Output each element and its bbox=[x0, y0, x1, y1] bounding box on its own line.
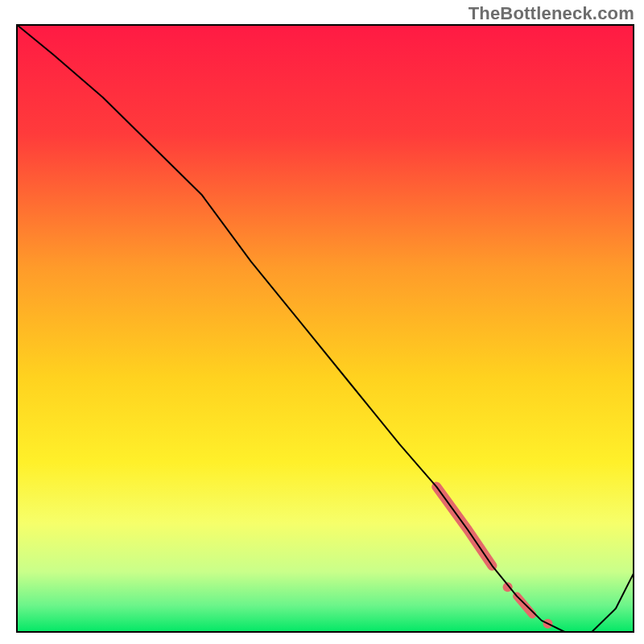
chart-stage: TheBottleneck.com bbox=[0, 0, 644, 644]
bottleneck-chart bbox=[0, 0, 644, 644]
watermark-label: TheBottleneck.com bbox=[469, 3, 634, 24]
gradient-background bbox=[16, 24, 634, 633]
plot-area bbox=[16, 24, 634, 633]
